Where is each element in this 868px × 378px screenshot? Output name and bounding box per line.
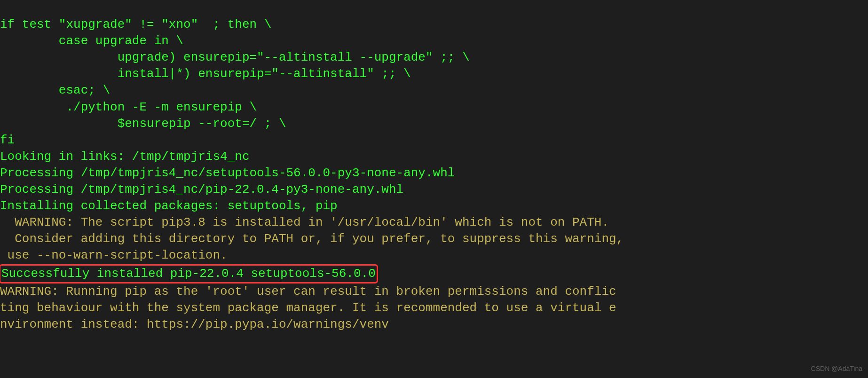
code-line: ./python -E -m ensurepip \ bbox=[0, 100, 257, 114]
warning-line: WARNING: The script pip3.8 is installed … bbox=[0, 215, 609, 229]
code-line: $ensurepip --root=/ ; \ bbox=[0, 117, 286, 131]
warning-line: WARNING: Running pip as the 'root' user … bbox=[0, 284, 616, 299]
warning-line: Consider adding this directory to PATH o… bbox=[0, 232, 623, 246]
warning-line: use --no-warn-script-location. bbox=[0, 248, 228, 262]
output-line: Processing /tmp/tmpjris4_nc/pip-22.0.4-p… bbox=[0, 182, 403, 197]
code-line: upgrade) ensurepip="--altinstall --upgra… bbox=[0, 50, 470, 64]
code-line: if test "xupgrade" != "xno" ; then \ bbox=[0, 17, 271, 32]
warning-line: nvironment instead: https://pip.pypa.io/… bbox=[0, 317, 389, 331]
warning-line: ting behaviour with the system package m… bbox=[0, 301, 616, 315]
code-line: fi bbox=[0, 133, 15, 147]
code-line: install|*) ensurepip="--altinstall" ;; \ bbox=[0, 67, 411, 81]
output-line: Processing /tmp/tmpjris4_nc/setuptools-5… bbox=[0, 166, 455, 180]
code-line: case upgrade in \ bbox=[0, 34, 183, 48]
output-line: Installing collected packages: setuptool… bbox=[0, 199, 338, 213]
watermark-text: CSDN @AdaTina bbox=[811, 364, 862, 373]
output-line: Looking in links: /tmp/tmpjris4_nc bbox=[0, 150, 250, 164]
terminal-output: if test "xupgrade" != "xno" ; then \ cas… bbox=[0, 0, 868, 333]
success-line-highlighted: Successfully installed pip-22.0.4 setupt… bbox=[0, 264, 378, 284]
code-line: esac; \ bbox=[0, 83, 110, 97]
